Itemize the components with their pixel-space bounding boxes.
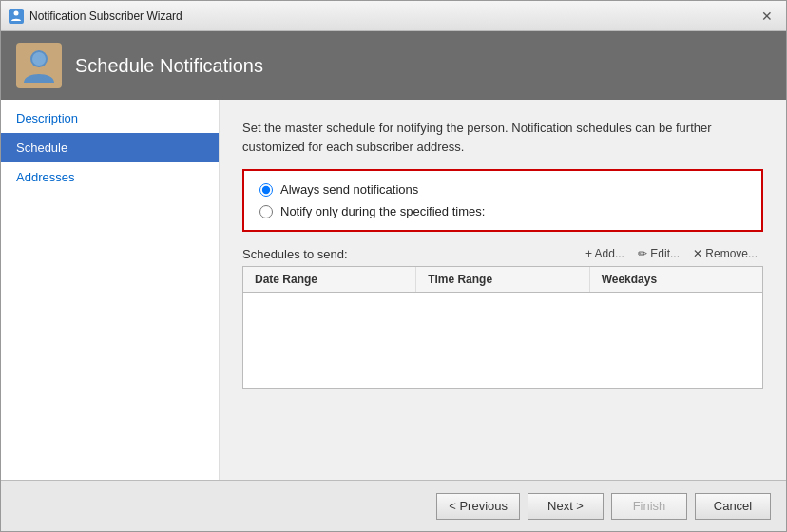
table-header: Date Range Time Range Weekdays — [243, 267, 762, 293]
remove-button[interactable]: ✕ Remove... — [687, 245, 763, 262]
radio-specified[interactable]: Notify only during the specified times: — [259, 204, 746, 218]
finish-button[interactable]: Finish — [611, 493, 687, 520]
sidebar-item-schedule[interactable]: Schedule — [1, 133, 219, 162]
sidebar-item-addresses[interactable]: Addresses — [1, 162, 219, 192]
title-bar-title: Notification Subscriber Wizard — [29, 10, 756, 23]
col-date-range: Date Range — [243, 267, 416, 292]
schedules-section: Schedules to send: + Add... ✏ Edit... ✕ … — [242, 245, 763, 389]
radio-always-input[interactable] — [259, 183, 273, 197]
schedules-actions: + Add... ✏ Edit... ✕ Remove... — [580, 245, 763, 262]
radio-specified-input[interactable] — [259, 205, 273, 218]
description-text: Set the master schedule for notifying th… — [242, 119, 718, 156]
col-weekdays: Weekdays — [590, 267, 762, 292]
sidebar-item-description[interactable]: Description — [1, 104, 219, 133]
schedules-toolbar: Schedules to send: + Add... ✏ Edit... ✕ … — [242, 245, 763, 262]
schedules-label: Schedules to send: — [242, 247, 348, 261]
add-button[interactable]: + Add... — [580, 245, 630, 262]
close-button[interactable]: ✕ — [756, 7, 778, 26]
footer: < Previous Next > Finish Cancel — [1, 480, 786, 531]
radio-group: Always send notifications Notify only du… — [242, 169, 763, 232]
previous-button[interactable]: < Previous — [436, 493, 520, 520]
radio-always[interactable]: Always send notifications — [259, 182, 746, 197]
content-area: Description Schedule Addresses Set the m… — [1, 100, 786, 480]
table-body — [243, 293, 762, 388]
wizard-window: Notification Subscriber Wizard ✕ Schedul… — [0, 0, 787, 532]
header-banner: Schedule Notifications — [1, 31, 786, 100]
wizard-icon — [16, 43, 62, 88]
schedules-table: Date Range Time Range Weekdays — [242, 266, 763, 389]
cancel-button[interactable]: Cancel — [695, 493, 771, 520]
radio-always-label: Always send notifications — [280, 182, 418, 197]
col-time-range: Time Range — [416, 267, 589, 292]
svg-point-0 — [14, 10, 19, 15]
title-bar-icon — [9, 9, 24, 24]
radio-specified-label: Notify only during the specified times: — [280, 204, 485, 218]
edit-button[interactable]: ✏ Edit... — [632, 245, 685, 262]
title-bar: Notification Subscriber Wizard ✕ — [1, 1, 786, 31]
main-content: Set the master schedule for notifying th… — [220, 100, 786, 480]
header-title: Schedule Notifications — [75, 55, 263, 77]
sidebar: Description Schedule Addresses — [1, 100, 220, 480]
svg-point-3 — [32, 52, 46, 66]
next-button[interactable]: Next > — [528, 493, 604, 520]
